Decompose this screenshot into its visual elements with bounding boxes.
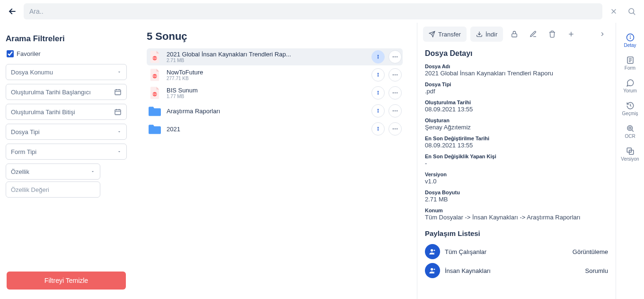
chevron-down-icon [90, 169, 95, 174]
download-button[interactable]: İndir [470, 27, 503, 42]
result-row[interactable]: PDFNowToFuture277.71 KB [147, 66, 403, 83]
property-select[interactable]: Özellik [6, 163, 100, 180]
svg-point-19 [395, 92, 396, 93]
file-type-select[interactable]: Dosya Tipi [6, 124, 127, 140]
tab-ocr-label: OCR [625, 134, 635, 139]
info-icon [625, 32, 635, 43]
svg-point-11 [378, 73, 378, 74]
detail-creator-label: Oluşturan [425, 118, 608, 123]
info-button[interactable] [371, 68, 385, 82]
pdf-icon: PDF [148, 68, 162, 82]
svg-point-22 [393, 110, 394, 111]
svg-point-35 [630, 36, 630, 36]
share-name: İnsan Kaynakları [445, 267, 581, 274]
search-input[interactable] [29, 8, 597, 15]
folder-icon [148, 104, 162, 118]
result-row[interactable]: 2021 [147, 120, 403, 137]
results-title: 5 Sonuç [147, 30, 403, 43]
detail-created-label: Oluşturulma Tarihi [425, 100, 608, 105]
lock-icon [511, 30, 518, 38]
property-value-input[interactable] [11, 186, 95, 193]
more-button[interactable] [388, 104, 402, 118]
detail-name-label: Dosya Adı [425, 63, 608, 69]
detail-heading: Dosya Detayı [425, 49, 608, 58]
search-bar[interactable] [24, 3, 602, 19]
file-location-select[interactable]: Dosya Konumu [6, 64, 127, 80]
svg-point-38 [629, 127, 631, 129]
tab-comment[interactable]: Yorum [618, 74, 642, 97]
more-button[interactable] [388, 86, 402, 100]
detail-version-value: v1.0 [425, 178, 608, 185]
transfer-button[interactable]: Transfer [423, 27, 467, 42]
result-row[interactable]: PDF2021 Global İnsan Kaynakları Trendler… [147, 48, 403, 65]
svg-point-14 [397, 74, 397, 75]
share-row: Tüm ÇalışanlarGörüntüleme [425, 242, 608, 261]
svg-point-0 [629, 9, 634, 14]
svg-rect-1 [115, 90, 121, 95]
chevron-down-icon [117, 70, 122, 74]
lock-button[interactable] [507, 27, 522, 42]
favorites-checkbox[interactable] [7, 50, 14, 57]
svg-point-32 [431, 268, 433, 271]
more-button[interactable] [388, 50, 402, 63]
tab-detail[interactable]: Detay [618, 28, 642, 51]
plus-icon [567, 30, 575, 38]
edit-icon [529, 30, 537, 38]
back-button[interactable] [6, 5, 19, 18]
tab-version[interactable]: Versiyon [618, 142, 642, 165]
favorites-label: Favoriler [17, 50, 41, 57]
delete-button[interactable] [545, 27, 560, 42]
info-button[interactable] [371, 122, 385, 136]
tab-history[interactable]: Geçmiş [618, 97, 642, 119]
history-icon [625, 100, 635, 111]
expand-button[interactable] [595, 27, 610, 42]
result-row[interactable]: Araştırma Raporları [147, 102, 403, 119]
info-button[interactable] [371, 86, 385, 100]
tab-comment-label: Yorum [623, 88, 637, 93]
info-button[interactable] [371, 50, 385, 63]
svg-point-23 [395, 110, 396, 111]
comment-icon [625, 78, 635, 88]
tab-ocr[interactable]: OCR [618, 119, 642, 142]
svg-point-26 [393, 128, 394, 129]
info-button[interactable] [371, 104, 385, 118]
group-avatar-icon [425, 244, 440, 259]
detail-creator-value: Şenay Ağzıtemiz [425, 124, 608, 131]
search-icon[interactable] [625, 5, 638, 18]
svg-point-37 [627, 126, 633, 131]
result-row[interactable]: PDFBIS Sunum1.77 MB [147, 84, 403, 101]
svg-point-28 [397, 128, 397, 129]
svg-point-12 [393, 74, 394, 75]
transfer-label: Transfer [438, 31, 461, 38]
detail-location-label: Konum [425, 208, 608, 213]
share-title: Paylaşım Listesi [425, 229, 608, 237]
file-size: 277.71 KB [167, 76, 371, 81]
more-button[interactable] [388, 68, 402, 82]
tab-form[interactable]: Form [618, 51, 642, 74]
form-type-placeholder: Form Tipi [11, 148, 36, 155]
created-start-date[interactable]: Oluşturulma Tarihi Başlangıcı [6, 84, 127, 100]
svg-point-31 [434, 250, 435, 251]
file-type-placeholder: Dosya Tipi [11, 128, 40, 136]
add-button[interactable] [564, 27, 579, 42]
edit-button[interactable] [526, 27, 541, 42]
clear-search-icon[interactable] [607, 5, 620, 18]
form-type-select[interactable]: Form Tipi [6, 144, 127, 160]
tab-form-label: Form [625, 65, 635, 71]
form-icon [625, 55, 635, 65]
property-value-input-wrap[interactable] [6, 181, 100, 198]
svg-point-21 [378, 109, 378, 110]
more-button[interactable] [388, 122, 402, 136]
svg-point-27 [395, 128, 396, 129]
svg-point-5 [378, 55, 378, 56]
clear-filter-button[interactable]: Filtreyi Temizle [7, 272, 126, 290]
detail-created-value: 08.09.2021 13:55 [425, 106, 608, 113]
svg-point-18 [393, 92, 394, 93]
pdf-icon: PDF [148, 50, 162, 64]
folder-icon [148, 122, 162, 136]
svg-point-13 [395, 74, 396, 75]
created-end-date[interactable]: Oluşturulma Tarihi Bitişi [6, 104, 127, 120]
file-name: Araştırma Raporları [167, 108, 371, 115]
share-name: Tüm Çalışanlar [445, 248, 568, 255]
svg-point-24 [397, 110, 397, 111]
